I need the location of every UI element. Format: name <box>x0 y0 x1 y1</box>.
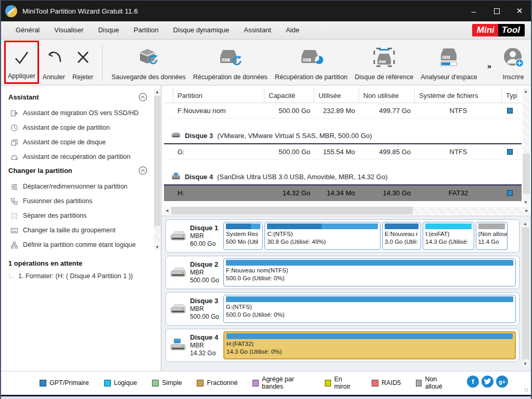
maximize-button[interactable] <box>485 1 508 21</box>
diskmap-disk-name: Disque 1 <box>190 224 218 232</box>
table-row[interactable]: F:Nouveau nom500.00 Go232.89 Mo499.77 Go… <box>164 103 522 119</box>
partition-type-square <box>507 149 513 155</box>
diskmap-partition[interactable]: H:(FAT32)14.3 Go (Utilisé: 0%) <box>223 331 516 359</box>
user-plus-icon <box>502 43 524 71</box>
disk-benchmark-button[interactable]: Disque de référence <box>351 40 417 85</box>
split-icon <box>10 212 18 220</box>
sidebar-item-label: Déplacer/redimensionner la partition <box>23 183 128 190</box>
disk-details: (VMware, VMware Virtual S SAS, MBR, 500.… <box>217 132 372 140</box>
table-disk-header-row[interactable]: Disque 3(VMware, VMware Virtual S SAS, M… <box>164 124 522 144</box>
diskmap-partition[interactable]: C:(NTFS)30.8 Go (Utilisé: 49%) <box>264 222 381 250</box>
column-header-Typ[interactable]: Typ <box>502 88 517 103</box>
window-bottom-frame <box>1 395 531 399</box>
partition-recovery-button[interactable]: Récupération de partition <box>271 40 351 85</box>
check-icon <box>12 44 30 70</box>
diskmap-disk-row[interactable]: Disque 1MBR60.00 GoSystem Res500 Mo (Uti… <box>166 219 520 253</box>
legend-label: Agrégé par bandes <box>262 376 310 390</box>
menu-item-assistant[interactable]: Assistant <box>236 21 278 39</box>
column-header-Non utilisée[interactable]: Non utilisée <box>359 88 415 103</box>
sidebar-item[interactable]: Séparer des partitions <box>8 208 161 223</box>
section-header[interactable]: Assistant <box>8 93 161 102</box>
sidebar-item-label: Assistant de copie de disque <box>23 139 106 146</box>
diskmap-partition[interactable]: G:(NTFS)500.0 Go (Utilisé: 0%) <box>223 295 516 323</box>
legend-label: Non alloué <box>425 376 452 390</box>
partition-filesystem: NTFS <box>415 148 502 156</box>
sidebar-item[interactable]: Assistant de copie de disque <box>8 135 161 149</box>
menu-item-disque-dynamique[interactable]: Disque dynamique <box>166 21 237 39</box>
legend-item: GPT/Primaire <box>40 376 89 390</box>
data-backup-button[interactable]: Sauvegarde des données <box>108 40 189 85</box>
column-header-Capacité[interactable]: Capacité <box>264 88 314 103</box>
diskmap-disk-row[interactable]: Disque 4MBR14.32 GoH:(FAT32)14.3 Go (Uti… <box>166 329 520 362</box>
table-disk-header-row[interactable]: Disque 4(SanDisk Ultra USB 3.0 USB, Amov… <box>164 166 522 185</box>
legend-color-square <box>152 380 159 386</box>
resize-icon <box>10 183 18 191</box>
table-row[interactable]: H:14.32 Go14.34 Mo14.30 GoFAT32 <box>164 185 522 201</box>
chevron-up-circle-icon[interactable] <box>138 93 147 102</box>
diskmap-partition[interactable]: I:(exFAT)14.3 Go (Utilisé: <box>423 222 474 250</box>
copy-partition-icon <box>10 124 18 132</box>
menu-item-disque[interactable]: Disque <box>91 21 126 39</box>
partition-name: F:Nouveau nom <box>173 107 264 115</box>
toolbar-more-button[interactable]: » <box>481 61 498 70</box>
diskmap-partition[interactable]: System Res500 Mo (Util <box>223 222 263 250</box>
partition-label: F:Nouveau nom(NTFS) <box>226 267 513 275</box>
legend-item: En miroir <box>325 376 357 390</box>
minimize-button[interactable]: – <box>462 1 485 21</box>
diskmap-disk-row[interactable]: Disque 2MBR500.00 GoF:Nouveau nom(NTFS)5… <box>166 256 520 289</box>
table-row[interactable]: G:500.00 Go155.54 Mo499.85 GoNTFS <box>164 144 522 160</box>
sidebar-item-label: Séparer des partitions <box>23 212 86 219</box>
sidebar-item[interactable]: Assistant de copie de partition <box>8 120 161 135</box>
close-button[interactable]: ✕ <box>508 1 531 21</box>
sidebar-item[interactable]: Définir la partition comme étant logique <box>8 238 161 252</box>
sidebar-item[interactable]: Fusionner des partitions <box>8 194 161 208</box>
space-analyzer-button[interactable]: Analyseur d'espace <box>417 40 481 85</box>
sidebar-item[interactable]: Déplacer/redimensionner la partition <box>8 179 161 194</box>
facebook-icon[interactable]: f <box>467 376 479 388</box>
diskmap-partition[interactable]: (Non alloué)11.4 Go <box>476 222 508 250</box>
table-horizontal-scrollbar[interactable]: ◄ ► <box>164 207 530 215</box>
register-button[interactable]: Inscrire <box>499 40 528 85</box>
sidebar-item[interactable]: Assistant de migration OS vers SSD/HD <box>8 106 161 120</box>
pending-operation-item[interactable]: 1. Formater: (H: ( Disque 4 Partition 1 … <box>8 270 161 282</box>
discard-button[interactable]: Rejeter <box>69 40 97 85</box>
diskmap-disk-row[interactable]: Disque 3MBR500.00 GoG:(NTFS)500.0 Go (Ut… <box>166 292 520 326</box>
partition-size-text: 11.4 Go <box>478 238 505 246</box>
pending-operations-title: 1 opérations en attente <box>8 259 161 267</box>
diskmap-partition[interactable]: F:Nouveau nom(NTFS)500.0 Go (Utilisé: 0%… <box>223 258 516 286</box>
undo-button[interactable]: Annuler <box>39 40 69 85</box>
legend-color-square <box>40 380 46 386</box>
menu-item-aide[interactable]: Aide <box>278 21 307 39</box>
column-header-Utilisée[interactable]: Utilisée <box>314 88 359 103</box>
menu-item-partition[interactable]: Partition <box>126 21 166 39</box>
diskmap-scrollbar[interactable]: ▲ ▼ <box>522 220 529 367</box>
chevron-up-circle-icon[interactable] <box>138 166 147 175</box>
legend-label: GPT/Primaire <box>49 379 89 386</box>
brand-tool: Tool <box>498 24 525 36</box>
undo-icon <box>45 43 62 71</box>
disk-pie-icon <box>299 43 324 71</box>
column-header-Système de fichiers[interactable]: Système de fichiers <box>415 88 502 103</box>
partition-size-text: 500.0 Go (Utilisé: 0%) <box>226 275 513 282</box>
menu-item-g-n-ral[interactable]: Général <box>8 21 47 39</box>
data-recovery-button[interactable]: Récupération de données <box>189 40 271 85</box>
apply-button[interactable]: Appliquer <box>4 41 39 84</box>
google-plus-icon[interactable]: g+ <box>496 376 508 388</box>
legend-item: Simple <box>152 376 182 390</box>
column-header-icon[interactable] <box>164 88 173 103</box>
sidebar-item[interactable]: Assistant de récupération de partition <box>8 149 161 164</box>
sidebar-scrollbar[interactable]: ▲ ▼ <box>154 89 160 250</box>
section-header[interactable]: Changer la partition <box>8 166 161 175</box>
diskmap-partition[interactable]: E:Nouveau r3.0 Go (Utili: <box>382 222 421 250</box>
partition-usage-bar <box>478 223 505 229</box>
recover-partition-icon <box>10 153 18 161</box>
table-vertical-scrollbar[interactable]: ▲ ▼ <box>523 88 530 205</box>
partition-capacity: 14.32 Go <box>264 189 314 197</box>
resize-grip[interactable] <box>525 389 529 393</box>
twitter-icon[interactable] <box>482 376 493 388</box>
partition-label: C:(NTFS) <box>267 230 378 238</box>
column-header-Partition[interactable]: Partition <box>173 88 264 103</box>
menu-item-visualiser[interactable]: Visualiser <box>47 21 91 39</box>
sidebar-item[interactable]: Changer la taille du groupement <box>8 223 161 238</box>
copy-disk-icon <box>10 139 18 146</box>
